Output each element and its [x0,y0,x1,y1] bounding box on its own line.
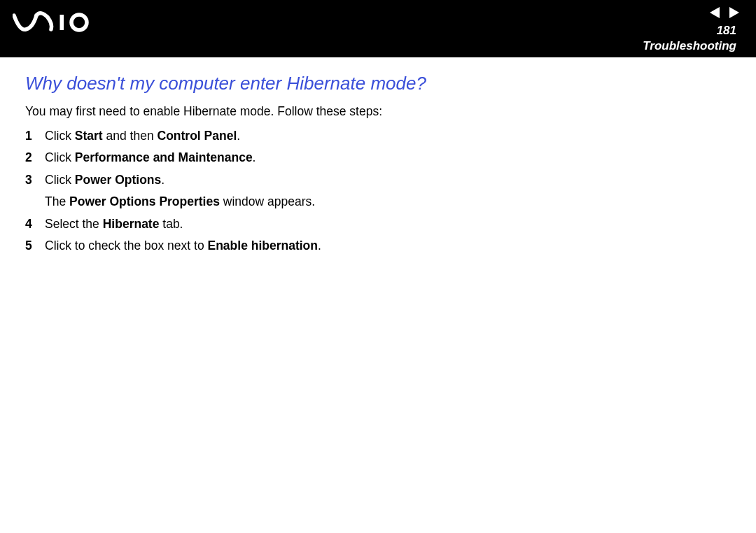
intro-text: You may first need to enable Hibernate m… [25,104,731,119]
text: and then [103,129,158,143]
text: tab. [159,217,183,231]
page-title: Why doesn't my computer enter Hibernate … [25,73,731,94]
step-number: 4 [25,215,45,233]
bold-text: Power Options Properties [69,194,220,208]
prev-page-icon[interactable] [710,7,720,18]
svg-rect-0 [60,15,64,30]
bold-text: Power Options [75,173,161,187]
text: The [45,194,69,208]
step-text: Click Start and then Control Panel. [45,127,731,145]
bold-text: Enable hibernation [207,239,318,253]
step-number: 2 [25,149,45,166]
step-1: 1 Click Start and then Control Panel. [25,127,731,145]
header-bar: 181 Troubleshooting [0,0,756,57]
step-number: 3 [25,171,45,189]
step-3-subtext: The Power Options Properties window appe… [45,193,731,211]
step-2: 2 Click Performance and Maintenance. [25,149,731,166]
steps-list-cont: 4 Select the Hibernate tab. 5 Click to c… [25,215,731,255]
text: . [253,150,256,164]
page-number: 181 [717,24,736,38]
step-5: 5 Click to check the box next to Enable … [25,237,731,255]
text: Click to check the box next to [45,239,207,253]
bold-text: Start [75,129,103,143]
content-area: Why doesn't my computer enter Hibernate … [0,57,756,255]
bold-text: Performance and Maintenance [75,150,253,164]
step-3: 3 Click Power Options. [25,171,731,189]
step-text: Select the Hibernate tab. [45,215,731,233]
next-page-icon[interactable] [729,7,739,18]
step-4: 4 Select the Hibernate tab. [25,215,731,233]
text: . [161,173,164,187]
bold-text: Hibernate [103,217,160,231]
bold-text: Control Panel [158,129,237,143]
text: Click [45,173,75,187]
svg-point-1 [71,15,87,30]
text: Select the [45,217,103,231]
text: Click [45,129,75,143]
nav-arrows [710,7,739,18]
step-text: Click Performance and Maintenance. [45,149,731,166]
vaio-logo [13,10,97,35]
step-number: 5 [25,237,45,255]
step-number: 1 [25,127,45,145]
text: Click [45,150,75,164]
section-label[interactable]: Troubleshooting [643,39,736,53]
text: . [318,239,321,253]
text: . [237,129,240,143]
steps-list: 1 Click Start and then Control Panel. 2 … [25,127,731,189]
text: window appears. [220,194,315,208]
step-text: Click Power Options. [45,171,731,189]
step-text: Click to check the box next to Enable hi… [45,237,731,255]
